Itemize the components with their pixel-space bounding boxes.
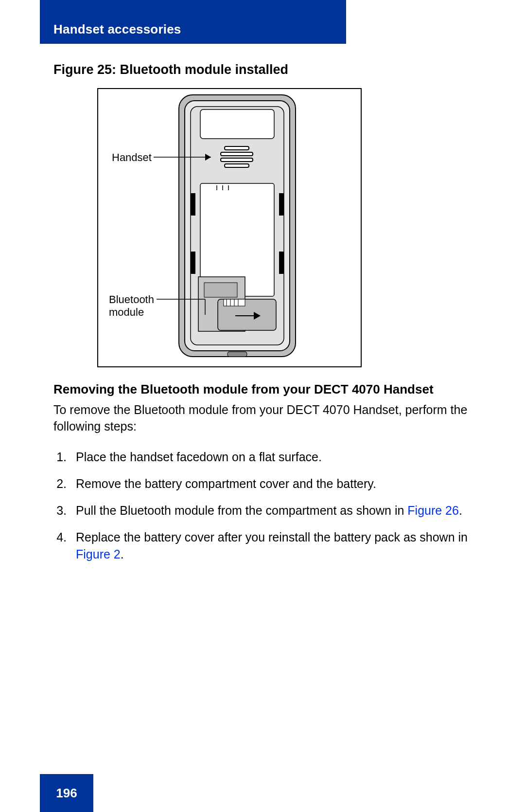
svg-rect-13 bbox=[279, 193, 284, 216]
step-3: Pull the Bluetooth module from the compa… bbox=[70, 502, 472, 519]
steps-list: Place the handset facedown on a flat sur… bbox=[53, 449, 472, 563]
svg-rect-12 bbox=[191, 193, 195, 216]
handset-diagram-svg bbox=[98, 89, 361, 366]
svg-rect-14 bbox=[191, 252, 195, 274]
svg-rect-3 bbox=[200, 109, 274, 139]
page: Handset accessories Figure 25: Bluetooth… bbox=[0, 0, 525, 812]
svg-rect-5 bbox=[221, 152, 253, 156]
step-3-text-before: Pull the Bluetooth module from the compa… bbox=[76, 504, 407, 517]
callout-bluetooth-l2: module bbox=[109, 306, 144, 319]
step-2: Remove the battery compartment cover and… bbox=[70, 475, 472, 492]
callout-bluetooth-l1: Bluetooth bbox=[109, 293, 154, 306]
figure-26-link[interactable]: Figure 26 bbox=[407, 504, 459, 517]
callout-handset: Handset bbox=[112, 151, 152, 164]
step-4-text-before: Replace the battery cover after you rein… bbox=[76, 530, 468, 544]
svg-rect-4 bbox=[225, 146, 249, 150]
svg-rect-15 bbox=[279, 252, 284, 274]
svg-rect-6 bbox=[221, 158, 253, 162]
step-1: Place the handset facedown on a flat sur… bbox=[70, 449, 472, 466]
intro-paragraph: To remove the Bluetooth module from your… bbox=[53, 402, 472, 435]
step-1-text: Place the handset facedown on a flat sur… bbox=[76, 450, 322, 464]
step-2-text: Remove the battery compartment cover and… bbox=[76, 477, 376, 490]
figure-title: Figure 25: Bluetooth module installed bbox=[53, 62, 472, 77]
footer-bar: 196 bbox=[40, 774, 93, 812]
header-bar: Handset accessories bbox=[40, 0, 346, 44]
svg-rect-24 bbox=[228, 352, 247, 357]
step-4: Replace the battery cover after you rein… bbox=[70, 529, 472, 563]
step-3-text-after: . bbox=[459, 504, 462, 517]
page-number: 196 bbox=[56, 786, 77, 801]
figure-illustration: Handset Bluetooth module bbox=[97, 88, 362, 367]
svg-rect-7 bbox=[225, 164, 249, 167]
subheading: Removing the Bluetooth module from your … bbox=[53, 382, 472, 397]
figure-2-link[interactable]: Figure 2 bbox=[76, 547, 121, 561]
step-4-text-after: . bbox=[121, 547, 124, 561]
section-title: Handset accessories bbox=[53, 22, 181, 37]
svg-rect-17 bbox=[204, 283, 237, 297]
content-area: Figure 25: Bluetooth module installed Ha… bbox=[53, 54, 472, 573]
